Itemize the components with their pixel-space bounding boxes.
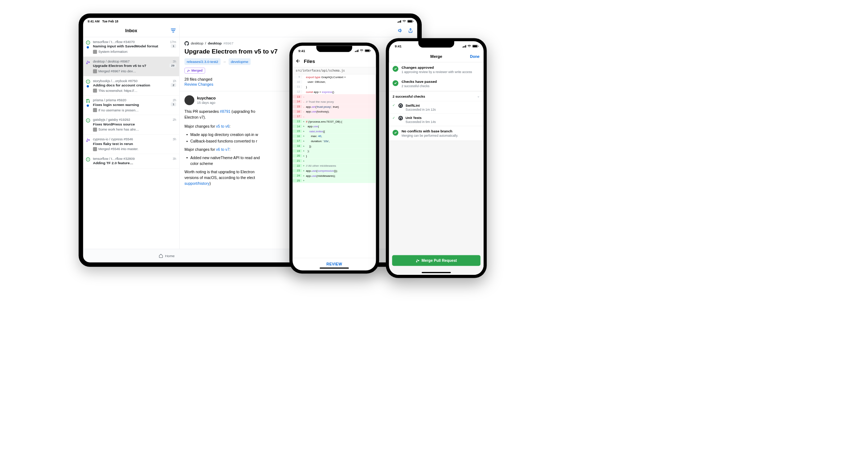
diff-line: 16-app.use(toobusy);	[293, 109, 376, 114]
merge-title: Merge	[430, 54, 442, 59]
wifi-icon	[403, 20, 406, 22]
battery-icon	[407, 20, 413, 22]
github-icon	[399, 116, 403, 120]
branch-from[interactable]: releases/2.3.0-test2	[184, 58, 221, 65]
notification-item[interactable]: cypress-io / cypress #55463h Fixes flaky…	[83, 135, 179, 154]
repo-name[interactable]: desktop	[208, 42, 222, 46]
chevron-down-icon: ⌄	[477, 94, 480, 98]
svg-point-1	[88, 42, 89, 42]
svg-rect-11	[88, 159, 88, 160]
notification-item[interactable]: gatsbyjs / gatsby #192922h Fixes WordPre…	[83, 115, 179, 135]
preview: This screenshot: https://…	[93, 89, 176, 93]
svg-point-7	[88, 119, 89, 120]
merge-pr-button[interactable]: Merge Pull Request	[392, 255, 480, 266]
count-badge: 2	[171, 83, 176, 87]
diff-line: 25+	[293, 178, 376, 183]
check-row[interactable]: ✓ Unit TestsSucceeded in 9m 14s	[389, 114, 484, 126]
diff-line: 14+ app.use(	[293, 124, 376, 129]
repo-ref: tensorflow / t…rflow #32809	[93, 157, 135, 161]
author-name[interactable]: kuychaco	[197, 96, 216, 101]
diff-line: 24+app.use(middlewares);	[293, 173, 376, 178]
notification-item[interactable]: storybookjs /…orybook #87501h Adding doc…	[83, 76, 179, 96]
age: 1h	[173, 79, 176, 83]
repo-owner[interactable]: desktop	[191, 42, 203, 46]
notification-item[interactable]: prisma / prisma #59202h Fixes login scre…	[83, 95, 179, 115]
unread-dot	[87, 85, 89, 87]
avatar	[93, 50, 97, 54]
status-row: Checks have passed2 successful checks	[389, 77, 484, 91]
branch-to[interactable]: developme	[229, 58, 251, 65]
svg-point-10	[88, 158, 89, 159]
main-header	[179, 25, 417, 37]
repo-ref: tensorflow / t…rflow #34070	[93, 40, 135, 44]
diff-line: 18+ })	[293, 144, 376, 149]
count-badge: 29	[169, 64, 176, 68]
author-time: 15 days ago	[197, 101, 216, 105]
link-v5v6[interactable]: v5 to v6	[216, 124, 229, 129]
tick-icon: ✓	[392, 116, 396, 120]
file-path: src/interfaces/api/schema.js	[293, 67, 376, 74]
avatar	[93, 147, 97, 151]
count-badge: 1	[171, 103, 176, 107]
diff-view[interactable]: 9export type GraphQLContext =10 user: DB…	[293, 74, 376, 258]
avatar	[93, 128, 97, 132]
git-merge-icon	[416, 259, 420, 263]
back-icon[interactable]	[296, 59, 301, 64]
arrow-icon: →	[223, 60, 226, 64]
repo-ref: storybookjs /…orybook #8750	[93, 79, 137, 83]
no-conflicts-row: No conflicts with base branch Merging ca…	[389, 126, 484, 141]
pr-merged-icon	[86, 60, 90, 64]
count-badge: 1	[171, 44, 176, 48]
avatar	[93, 69, 97, 73]
diff-line: 19+ );	[293, 148, 376, 153]
diff-line: 13+if (!process.env.TEST_DB) {	[293, 119, 376, 124]
state-badge: Merged	[184, 68, 205, 73]
diff-line: 17+ duration: '10s',	[293, 139, 376, 144]
share-icon[interactable]	[408, 28, 413, 34]
git-merge-icon	[187, 69, 190, 72]
age: 2h	[173, 118, 176, 122]
preview: If no username is presen…	[93, 108, 176, 112]
unread-dot	[87, 46, 89, 48]
signal-icon	[463, 45, 466, 47]
done-button[interactable]: Done	[470, 54, 480, 59]
home-indicator	[422, 272, 451, 273]
checks-header[interactable]: 2 successful checks ⌄	[389, 91, 484, 101]
pr-number: #8967	[224, 42, 234, 46]
sidebar-header: Inbox	[83, 25, 179, 37]
issue-open-icon	[86, 41, 90, 45]
link-support[interactable]: support/history	[184, 182, 209, 186]
diff-line: 15-app.set('trust proxy', true)	[293, 104, 376, 109]
check-row[interactable]: ✓ SwiftLintSucceeded in 1m 12s	[389, 101, 484, 114]
subject: Fixes WordPress source	[93, 122, 176, 127]
check-circle-icon	[392, 66, 398, 72]
notifications-list: tensorflow / t…rflow #3407017m Naming in…	[83, 37, 179, 249]
avatar	[93, 89, 97, 93]
subject: Adding docs for account creation	[93, 83, 169, 88]
merge-header: Merge Done	[389, 51, 484, 62]
avatar[interactable]	[184, 95, 194, 105]
tab-home[interactable]: Home	[83, 249, 250, 263]
notification-item[interactable]: tensorflow / t…rflow #328093h Adding TF …	[83, 154, 179, 169]
diff-line: 23+app.use(compression());	[293, 168, 376, 173]
repo-ref: prisma / prisma #5920	[93, 98, 126, 102]
notification-item[interactable]: desktop / desktop #89673h Upgrade Electr…	[83, 57, 179, 76]
diff-line: 17-	[293, 114, 376, 119]
svg-point-4	[88, 80, 89, 81]
issue-open-icon	[86, 157, 90, 161]
pr-merged-icon	[86, 138, 90, 142]
svg-rect-8	[88, 120, 88, 121]
files-header: Files	[293, 56, 376, 67]
issue-link[interactable]: #8791	[220, 110, 230, 114]
home-indicator	[320, 268, 349, 269]
filter-icon[interactable]	[171, 28, 176, 34]
wifi-icon	[467, 45, 471, 47]
diff-line: 21+	[293, 158, 376, 163]
link-v6v7[interactable]: v6 to v7	[216, 148, 229, 152]
repo-ref: desktop / desktop #8967	[93, 59, 129, 63]
status-time: 9:41 AM	[88, 20, 99, 23]
signal-icon	[355, 50, 358, 52]
speaker-icon[interactable]	[397, 28, 403, 34]
subject: Naming input with SavedModel format	[93, 44, 169, 49]
notification-item[interactable]: tensorflow / t…rflow #3407017m Naming in…	[83, 37, 179, 57]
